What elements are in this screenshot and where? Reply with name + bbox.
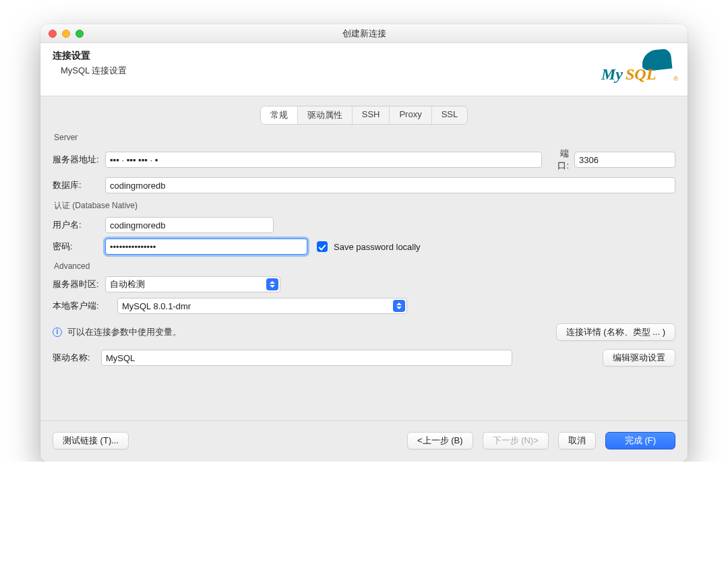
- password-input[interactable]: [105, 239, 307, 255]
- header: 连接设置 MySQL 连接设置 MySQL®: [40, 43, 688, 96]
- timezone-label: 服务器时区:: [53, 278, 105, 290]
- page-title: 连接设置: [53, 50, 127, 62]
- dialog-window: 创建新连接 连接设置 MySQL 连接设置 MySQL® 常规 驱动属性 SSH…: [40, 24, 688, 462]
- database-input[interactable]: [105, 177, 675, 193]
- tab-driver-props[interactable]: 驱动属性: [298, 106, 353, 124]
- edit-driver-button[interactable]: 编辑驱动设置: [603, 349, 675, 367]
- username-label: 用户名:: [53, 219, 105, 231]
- host-input[interactable]: [105, 152, 542, 168]
- test-connection-button[interactable]: 测试链接 (T)...: [53, 432, 129, 449]
- group-advanced: Advanced 服务器时区: 自动检测 本地客户端: MySQL 8.0.1-…: [53, 261, 675, 314]
- info-icon: i: [53, 327, 62, 337]
- next-button: 下一步 (N)>: [483, 432, 549, 449]
- window-title: 创建新连接: [40, 28, 688, 40]
- info-text: 可以在连接参数中使用变量。: [67, 326, 181, 338]
- footer: 测试链接 (T)... <上一步 (B) 下一步 (N)> 取消 完成 (F): [40, 420, 688, 462]
- group-server: Server 服务器地址: 端口: 数据库:: [53, 133, 675, 193]
- tab-proxy[interactable]: Proxy: [390, 106, 431, 124]
- cancel-button[interactable]: 取消: [558, 432, 596, 449]
- connection-details-button[interactable]: 连接详情 (名称、类型 ... ): [556, 323, 675, 341]
- password-label: 密码:: [53, 241, 105, 253]
- group-advanced-title: Advanced: [54, 261, 674, 271]
- tab-ssh[interactable]: SSH: [353, 106, 390, 124]
- svg-marker-2: [396, 307, 402, 309]
- page-subtitle: MySQL 连接设置: [61, 65, 127, 77]
- tabbar: 常规 驱动属性 SSH Proxy SSL: [53, 106, 675, 125]
- save-password-label: Save password locally: [334, 242, 421, 252]
- finish-button[interactable]: 完成 (F): [605, 432, 675, 449]
- timezone-value: 自动检测: [110, 278, 145, 290]
- group-auth: 认证 (Database Native) 用户名: 密码: Save passw…: [53, 200, 675, 255]
- close-icon[interactable]: [49, 30, 57, 38]
- svg-marker-0: [270, 285, 275, 288]
- chevron-down-icon: [393, 300, 405, 312]
- group-auth-title: 认证 (Database Native): [54, 200, 674, 212]
- driver-name-input[interactable]: [101, 350, 512, 366]
- driver-name-label: 驱动名称:: [53, 352, 94, 364]
- port-label: 端口:: [542, 148, 574, 172]
- local-client-value: MySQL 8.0.1-dmr: [122, 301, 191, 311]
- body: 常规 驱动属性 SSH Proxy SSL Server 服务器地址: 端口: …: [40, 96, 688, 420]
- window-controls: [49, 30, 84, 38]
- host-label: 服务器地址:: [53, 154, 105, 166]
- timezone-select[interactable]: 自动检测: [105, 276, 280, 292]
- tab-ssl[interactable]: SSL: [432, 106, 468, 124]
- svg-marker-1: [270, 281, 275, 284]
- local-client-label: 本地客户端:: [53, 300, 111, 312]
- mysql-logo: MySQL®: [601, 50, 675, 88]
- svg-marker-3: [396, 303, 402, 305]
- tab-general[interactable]: 常规: [261, 106, 298, 124]
- zoom-icon[interactable]: [75, 30, 84, 38]
- group-server-title: Server: [54, 133, 674, 142]
- local-client-select[interactable]: MySQL 8.0.1-dmr: [117, 298, 407, 314]
- chevron-down-icon: [266, 278, 278, 290]
- minimize-icon[interactable]: [62, 30, 70, 38]
- database-label: 数据库:: [53, 179, 105, 191]
- username-input[interactable]: [105, 217, 274, 233]
- port-input[interactable]: [574, 152, 675, 168]
- titlebar: 创建新连接: [40, 24, 688, 43]
- save-password-checkbox[interactable]: [317, 241, 328, 252]
- back-button[interactable]: <上一步 (B): [407, 432, 473, 449]
